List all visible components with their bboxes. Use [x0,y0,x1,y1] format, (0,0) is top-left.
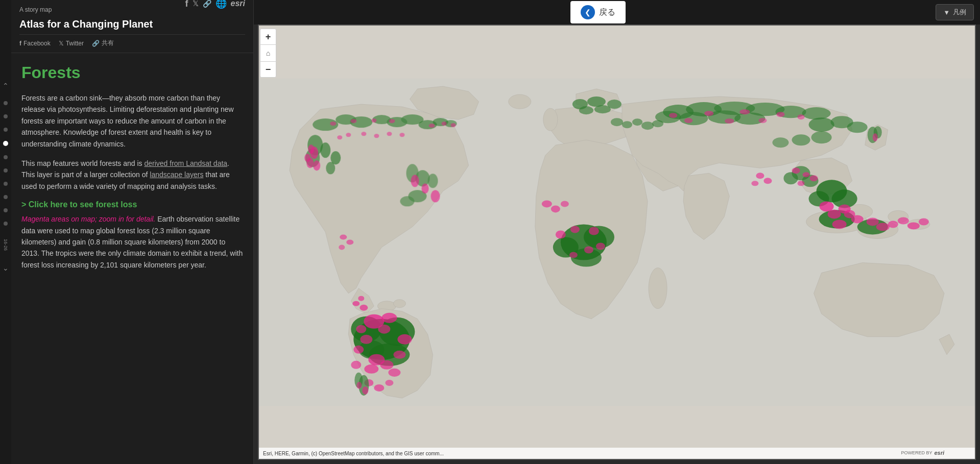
svg-point-115 [652,120,663,127]
section-title: Forests [21,63,243,82]
svg-point-112 [622,121,632,128]
svg-point-123 [320,142,330,158]
svg-point-81 [739,109,750,114]
svg-point-59 [351,361,361,369]
nav-dot-7[interactable] [4,182,8,186]
svg-point-45 [679,112,708,125]
svg-point-67 [867,217,879,226]
link-icon-header[interactable]: 🔗 [203,0,211,8]
svg-point-75 [313,160,320,170]
svg-point-140 [362,386,368,395]
nav-dot-1[interactable] [4,101,8,105]
facebook-icon-small: f [19,40,21,47]
facebook-link[interactable]: f Facebook [19,39,51,47]
svg-point-69 [888,221,898,228]
svg-point-99 [330,121,336,126]
svg-point-54 [380,360,393,370]
svg-point-77 [421,183,428,193]
svg-point-98 [385,380,393,386]
svg-point-125 [326,162,335,174]
esri-logo-small: esri [934,450,944,456]
twitter-icon-header[interactable]: 𝕏 [193,0,199,8]
svg-point-63 [828,209,841,218]
svg-point-132 [756,173,764,179]
chevron-down-icon: ▼ [943,9,950,16]
paragraph-3: Magenta areas on map; zoom in for detail… [21,213,243,271]
nav-dot-10[interactable] [4,222,8,226]
landscape-link[interactable]: landscape layers [150,170,203,179]
map-topbar: ❮ 戻る ▼ 凡例 [254,0,980,25]
svg-point-68 [876,223,890,231]
nav-dot-4-active[interactable] [3,141,8,146]
svg-point-113 [632,118,642,126]
share-icon: 🔗 [92,40,100,47]
svg-point-143 [304,154,310,162]
zoom-in-button[interactable]: + [260,29,276,45]
nav-strip: ⌃ 16-26 ⌄ [0,0,11,464]
svg-point-141 [356,382,362,389]
svg-point-146 [361,132,366,136]
panel-title: Atlas for a Changing Planet [19,18,245,30]
twitter-link[interactable]: 𝕏 Twitter [59,39,84,47]
forest-loss-japan [873,133,878,141]
svg-point-102 [389,119,395,123]
svg-point-49 [381,313,397,323]
nav-arrow-up[interactable]: ⌃ [3,82,9,90]
page-range: 16-26 [3,239,8,251]
zoom-home-button[interactable]: ⌂ [260,45,276,61]
svg-point-149 [399,133,404,137]
paragraph-1: Forests are a carbon sink—they absorb mo… [21,92,243,150]
svg-point-137 [772,137,788,148]
nav-dot-8[interactable] [4,195,8,199]
svg-point-111 [611,118,623,126]
landsat-link[interactable]: derived from Landsat data [144,159,227,167]
panel-header: A story map f 𝕏 🔗 🌐 esri Atlas for a Cha… [11,0,253,53]
svg-point-158 [873,133,878,141]
back-button[interactable]: ❮ 戻る [570,1,626,23]
svg-point-121 [810,175,818,181]
svg-point-148 [387,132,392,136]
svg-point-43 [802,107,831,119]
svg-point-90 [584,247,593,254]
nav-dot-2[interactable] [4,114,8,118]
svg-point-130 [346,239,353,245]
magenta-note: Magenta areas on map; zoom in for detail… [21,215,155,223]
svg-point-122 [798,181,805,186]
svg-point-95 [561,201,569,207]
svg-point-83 [798,114,805,119]
svg-point-9 [543,108,558,131]
svg-point-72 [919,218,929,225]
zoom-out-button[interactable]: − [260,61,276,78]
svg-point-110 [594,105,611,113]
svg-point-97 [374,384,384,392]
svg-point-105 [847,121,868,133]
nav-dot-3[interactable] [4,128,8,132]
world-map-svg [259,26,975,459]
svg-point-82 [776,112,784,117]
esri-powered-logo: POWERED BY esri [901,450,944,456]
svg-point-52 [360,335,372,344]
twitter-label: Twitter [66,40,84,47]
svg-point-133 [763,178,772,184]
nav-arrow-down[interactable]: ⌄ [3,264,9,272]
legend-button[interactable]: ▼ 凡例 [936,4,974,20]
svg-point-79 [669,113,677,118]
svg-point-107 [587,96,606,107]
zoom-controls: + ⌂ − [260,29,276,78]
nav-dot-9[interactable] [4,208,8,212]
nav-dot-6[interactable] [4,168,8,173]
svg-point-154 [442,121,447,126]
nav-dot-5[interactable] [4,155,8,159]
svg-point-129 [340,234,347,239]
svg-point-155 [451,123,456,127]
header-social-icons: f 𝕏 🔗 🌐 esri [185,0,245,9]
facebook-icon-header[interactable]: f [185,0,188,9]
svg-point-88 [570,226,580,233]
map-canvas[interactable]: Esri, HERE, Garmin, (c) OpenStreetMap co… [258,25,976,460]
svg-point-131 [339,245,345,250]
svg-point-80 [704,111,713,116]
forest-loss-cta[interactable]: > Click here to see forest loss [21,200,243,209]
svg-point-135 [811,131,832,143]
share-link[interactable]: 🔗 共有 [92,39,114,47]
svg-point-119 [792,167,800,174]
